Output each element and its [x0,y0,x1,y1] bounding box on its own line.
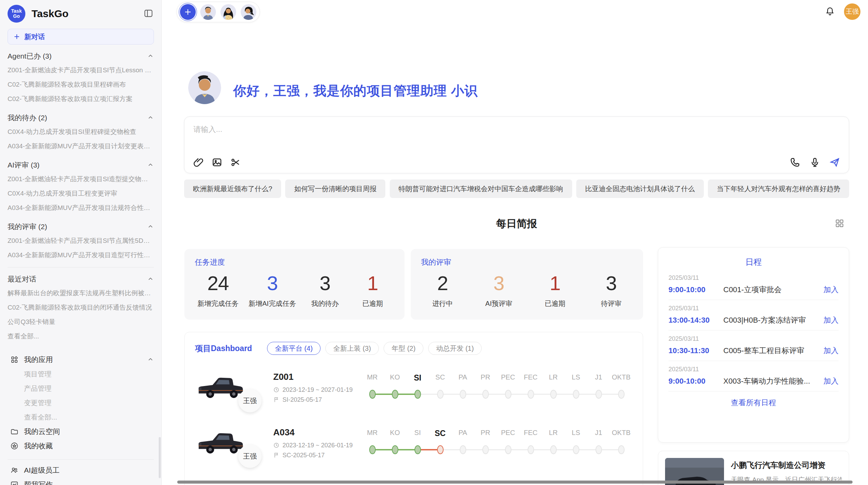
section-header-agent-done[interactable]: Agent已办 (3) [8,49,154,63]
chevron-up-icon[interactable] [147,356,154,363]
new-chat-button[interactable]: 新对话 [8,29,154,45]
suggestion-chip[interactable]: 如何写一份清晰的项目周报 [285,179,385,198]
list-item[interactable]: A034-全新新能源MUV产品开发项目法规符合性评审 [8,201,154,215]
sidebar-item-cloud-space[interactable]: 我的云空间 [8,424,154,439]
sidebar-item-project-mgmt[interactable]: 项目管理 [8,367,154,381]
join-button[interactable]: 加入 [823,315,839,325]
chevron-up-icon[interactable] [147,114,154,121]
list-item[interactable]: 公司Q3轻卡销量 [8,315,154,329]
chevron-up-icon[interactable] [147,162,154,169]
tab-new-platform[interactable]: 全新平台 (4) [267,342,321,355]
notification-bell-icon[interactable] [825,7,835,17]
microphone-icon[interactable] [810,157,820,167]
section-header-my-review[interactable]: 我的评审 (2) [8,220,154,234]
stat-value: 24 [197,271,239,296]
add-contact-button[interactable] [180,4,196,20]
composer-left-icons [193,157,241,167]
user-avatar[interactable]: 王强 [844,3,860,20]
milestone-dot-overdue [437,445,444,454]
list-item[interactable]: Z001-全新燃油轻卡产品开发项目SI节点属性5D文件评审 [8,234,154,248]
chevron-up-icon[interactable] [147,223,154,230]
chevron-up-icon[interactable] [147,53,154,60]
schedule-date: 2025/03/11 [668,305,839,312]
phone-call-icon[interactable] [790,157,800,167]
sidebar-item-product-mgmt[interactable]: 产品管理 [8,381,154,396]
view-all-apps[interactable]: 查看全部... [8,410,154,424]
chat-input[interactable] [184,117,849,148]
suggestion-chip[interactable]: 比亚迪全固态电池计划具体说了什么 [576,179,704,198]
list-item[interactable]: A034-全新新能源MUV产品开发项目造型可行性评审 [8,248,154,262]
join-button[interactable]: 加入 [823,285,839,295]
sidebar-scrollbar[interactable] [159,437,161,478]
section-header-ai-review[interactable]: AI评审 (3) [8,158,154,172]
project-image: 王强 [195,426,246,460]
scissors-icon[interactable] [230,157,241,167]
logo-row: Task Go TaskGo [8,4,154,23]
sidebar-item-help-write[interactable]: 帮我写作 [8,477,154,485]
list-item[interactable]: C02-飞腾新能源轻客改款项目的闭环通告反馈情况 [8,300,154,315]
tab-new-body[interactable]: 全新上装 (3) [325,342,379,355]
milestone-timeline: MR KO SI SC PA PR PEC FEC LR LS J1 OKTB [361,373,632,402]
attachment-paperclip-icon[interactable] [193,157,204,167]
plus-icon [13,33,20,40]
section-header-my-todo[interactable]: 我的待办 (2) [8,111,154,125]
layout-grid-icon[interactable] [835,219,844,228]
list-item[interactable]: C0X4-动力总成开发项目工程变更评审 [8,186,154,201]
view-all-conversations[interactable]: 查看全部... [8,329,154,344]
milestone-dot-future [528,445,534,454]
avatar[interactable] [241,4,256,20]
project-row[interactable]: 王强 Z001 2023-12-19 ~ 2027-01-19 SI-2025-… [195,365,632,410]
sidebar-collapse-icon[interactable] [144,9,153,18]
image-icon[interactable] [212,157,222,167]
schedule-item: 2025/03/11 9:00-10:00 X003-车辆动力学性能验... 加… [668,366,839,391]
milestone-dot-future [460,390,466,399]
avatar[interactable] [200,4,216,20]
news-card[interactable]: 小鹏飞行汽车制造公司增资 天眼查 App 显示，近日广州汇天飞行汽... [658,451,849,485]
milestone-label: OKTB [610,373,632,383]
tab-year-model[interactable]: 年型 (2) [384,342,423,355]
tab-powertrain[interactable]: 动总开发 (1) [428,342,482,355]
join-button[interactable]: 加入 [823,346,839,356]
milestone-dot-future [595,390,602,399]
card-title: 我的评审 [421,257,633,268]
suggestion-chip[interactable]: 欧洲新规最近颁布了什么? [184,179,281,198]
view-all-schedule-link[interactable]: 查看所有日程 [668,398,839,408]
dashboard-title: 项目Dashboard [195,343,252,354]
suggestion-chip[interactable]: 当下年轻人对汽车外观有怎样的喜好趋势 [708,179,849,198]
divider [8,267,154,268]
list-item[interactable]: C02-飞腾新能源轻客改款项目立项汇报方案 [8,92,154,106]
sidebar-item-change-mgmt[interactable]: 变更管理 [8,396,154,410]
milestone-dot-done [414,445,421,454]
suggestion-chip[interactable]: 特朗普可能对进口汽车增税会对中国车企造成哪些影响 [390,179,572,198]
list-item[interactable]: 解释最新出台的欧盟报废车法规再生塑料比例被调至15%... [8,286,154,300]
section-header-recent[interactable]: 最近对话 [8,272,154,286]
assistant-avatar [188,71,221,104]
sidebar-item-favorites[interactable]: 我的收藏 [8,439,154,453]
stat-label: 我的待办 [306,299,344,308]
milestone-label: J1 [587,429,610,438]
avatar[interactable] [220,4,236,20]
stat: 1 已逾期 [354,271,391,308]
stat: 3 新增AI完成任务 [249,271,296,308]
horizontal-scrollbar[interactable] [177,481,853,484]
schedule-time: 13:00-14:30 [668,316,723,325]
schedule-time: 9:00-10:00 [668,285,723,294]
schedule-date: 2025/03/11 [668,335,839,343]
list-item[interactable]: Z001-全新燃油轻卡产品开发项目SI造型提交物评审 [8,172,154,186]
sidebar-item-ai-employee[interactable]: AI超级员工 [8,463,154,477]
join-button[interactable]: 加入 [823,376,839,386]
project-row[interactable]: 王强 A034 2023-12-19 ~ 2026-01-19 SC-2025-… [195,421,632,465]
chevron-up-icon[interactable] [147,276,154,283]
list-item[interactable]: C02-飞腾新能源轻客改款项目里程碑画布 [8,77,154,92]
stat: 3 我的待办 [306,271,344,308]
list-item[interactable]: C0X4-动力总成开发项目SI里程碑提交物检查 [8,125,154,139]
schedule-item: 2025/03/11 13:00-14:30 C003|H0B-方案冻结评审 加… [668,305,839,331]
composer-right-icons [790,157,840,167]
send-icon[interactable] [830,157,840,167]
list-item[interactable]: Z001-全新燃油皮卡产品开发项目SI节点Lesson Learn报告 [8,63,154,77]
milestone-dot-done [414,390,421,399]
milestone-label: LS [565,429,587,438]
owner-badge: 王强 [238,389,262,412]
list-item[interactable]: A034-全新新能源MUV产品开发项目计划变更表编写 [8,139,154,153]
sidebar-item-my-apps[interactable]: 我的应用 [8,352,154,367]
